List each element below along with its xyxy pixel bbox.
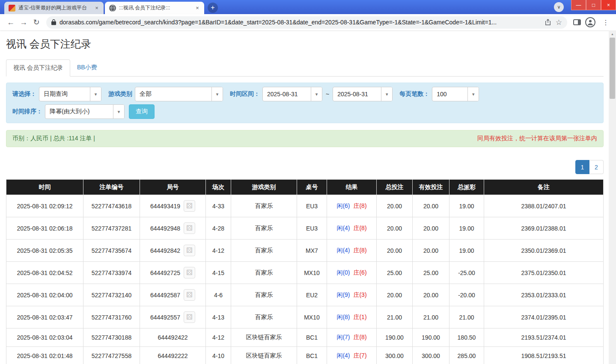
side-panel-icon[interactable] xyxy=(573,19,581,25)
cell-session: 4-10 xyxy=(206,347,231,364)
close-button[interactable]: × xyxy=(601,0,616,10)
cell-time: 2025-08-31 02:06:18 xyxy=(6,217,83,240)
summary-notice-text: 同局有效投注，统一计算在该局第一张注单内 xyxy=(477,135,597,142)
dice-icon[interactable]: ⚄ xyxy=(184,267,195,278)
header-result: 结果 xyxy=(327,180,377,195)
cell-payout: -20.00 xyxy=(449,284,484,306)
scroll-up-icon[interactable]: ▲ xyxy=(609,30,616,37)
cell-session: 4-12 xyxy=(206,328,231,347)
scrollbar[interactable]: ▲ xyxy=(609,30,616,364)
dice-icon[interactable]: ⚄ xyxy=(184,245,195,256)
bet-table-body: 2025-08-31 02:09:12 522774743618 6444934… xyxy=(6,195,604,364)
plus-icon: + xyxy=(211,4,214,12)
round-number: 644492948 xyxy=(150,225,180,232)
sort-select[interactable]: 降幂(由大到小) ▾ xyxy=(45,104,125,119)
cell-note: 2369.01/2388.01 xyxy=(484,217,604,240)
minimize-button[interactable]: — xyxy=(571,0,586,10)
refresh-icon[interactable]: ↻ xyxy=(30,16,43,29)
search-button[interactable]: 查询 xyxy=(129,104,155,119)
result-banker: 庄(1) xyxy=(353,314,366,320)
result-player: 闲(8) xyxy=(336,314,350,320)
result-player: 闲(6) xyxy=(336,202,350,209)
browser-tab-home[interactable]: 通宝-信誉最好的网上游戏平台 × xyxy=(4,2,104,14)
round-number: 644492222 xyxy=(158,352,187,359)
cell-round: 644492842 ⚄ xyxy=(140,240,206,262)
pagination: 1 2 xyxy=(6,160,604,174)
new-tab-button[interactable]: + xyxy=(208,3,218,13)
result-banker: 庄(6) xyxy=(353,269,366,276)
menu-dots-icon[interactable]: ⋮ xyxy=(600,18,612,27)
toolbar-right-icons: ⋮ xyxy=(573,17,612,27)
chevron-down-icon[interactable]: ▾ xyxy=(211,87,223,101)
cell-round: 644492422 ⚄ xyxy=(140,328,206,347)
header-game-type: 游戏类别 xyxy=(231,180,297,195)
browser-toolbar: ← → ↻ dorasabs.com/game/betrecord_search… xyxy=(0,14,616,30)
chevron-down-icon[interactable]: ▾ xyxy=(467,87,479,101)
round-number: 644492725 xyxy=(150,269,180,276)
table-row: 2025-08-31 02:03:04 522774730188 6444924… xyxy=(6,328,604,347)
tab-search-button[interactable]: ∨ xyxy=(554,2,564,12)
page-size-select[interactable]: 100 ▾ xyxy=(432,87,479,101)
dice-icon[interactable]: ⚄ xyxy=(184,222,195,234)
header-bet-id: 注单编号 xyxy=(83,180,140,195)
cell-bet-id: 522774730188 xyxy=(83,328,140,347)
page-button-2[interactable]: 2 xyxy=(589,160,604,174)
table-row: 2025-08-31 02:09:12 522774743618 6444934… xyxy=(6,195,604,217)
table-row: 2025-08-31 02:04:52 522774733974 6444927… xyxy=(6,262,604,284)
back-icon[interactable]: ← xyxy=(4,16,17,29)
share-icon[interactable] xyxy=(545,19,551,26)
cell-bet-id: 522774727558 xyxy=(83,347,140,364)
tab-close-icon[interactable]: × xyxy=(194,5,201,12)
cell-round: 644492948 ⚄ xyxy=(140,217,206,240)
cell-valid-bet: 20.00 xyxy=(413,195,449,217)
dice-icon[interactable]: ⚄ xyxy=(184,289,195,301)
dice-icon[interactable]: ⚄ xyxy=(184,311,195,323)
dice-icon[interactable]: ⚄ xyxy=(184,200,195,212)
table-row: 2025-08-31 02:04:00 522774732140 6444925… xyxy=(6,284,604,306)
chevron-down-icon[interactable]: ▾ xyxy=(381,87,392,101)
header-payout: 总派彩 xyxy=(449,180,484,195)
forward-icon[interactable]: → xyxy=(17,16,30,29)
game-type-select[interactable]: 全部 ▾ xyxy=(135,87,223,101)
filter-row-1: 请选择： 日期查询 ▾ 游戏类别 全部 ▾ 时间区间： 2025-08-31 ▾… xyxy=(12,87,597,101)
address-bar[interactable]: dorasabs.com/game/betrecord_search/kind3… xyxy=(46,16,567,29)
result-player: 闲(4) xyxy=(336,352,350,359)
cell-total-bet: 190.00 xyxy=(377,328,413,347)
chevron-down-icon[interactable]: ▾ xyxy=(113,105,124,118)
cell-time: 2025-08-31 02:01:48 xyxy=(6,347,83,364)
round-number: 644492557 xyxy=(150,314,180,321)
tab-bb-tip[interactable]: BB小费 xyxy=(70,59,104,76)
chevron-down-icon[interactable]: ▾ xyxy=(90,87,101,101)
page-content: 视讯 会员下注纪录 视讯 会员下注纪录 BB小费 请选择： 日期查询 ▾ 游戏类… xyxy=(0,30,616,364)
maximize-button[interactable]: □ xyxy=(586,0,601,10)
header-valid-bet: 有效投注 xyxy=(413,180,449,195)
cell-session: 4-28 xyxy=(206,217,231,240)
avatar-icon[interactable] xyxy=(585,17,595,27)
cell-note: 2193.51/2374.01 xyxy=(484,328,604,347)
lock-icon[interactable] xyxy=(51,19,56,25)
result-player: 闲(0) xyxy=(336,269,350,276)
tab-close-icon[interactable]: × xyxy=(93,5,100,12)
cell-table-no: MX10 xyxy=(297,306,327,328)
star-icon[interactable]: ☆ xyxy=(556,18,562,27)
cell-game-type: 百家乐 xyxy=(231,284,297,306)
site-favicon xyxy=(9,5,15,12)
date-start-select[interactable]: 2025-08-31 ▾ xyxy=(262,87,322,101)
table-row: 2025-08-31 02:03:47 522774731760 6444925… xyxy=(6,306,604,328)
cell-table-no: MX7 xyxy=(297,240,327,262)
page-button-1[interactable]: 1 xyxy=(575,160,589,174)
browser-tab-betrecord[interactable]: :::视讯 会员下注纪录::: × xyxy=(105,2,204,14)
cell-result: 闲(4) 庄(8) xyxy=(327,217,377,240)
browser-titlebar: 通宝-信誉最好的网上游戏平台 × :::视讯 会员下注纪录::: × + ∨ —… xyxy=(0,0,616,14)
cell-game-type: 百家乐 xyxy=(231,195,297,217)
date-end-select[interactable]: 2025-08-31 ▾ xyxy=(333,87,393,101)
chevron-down-icon[interactable]: ▾ xyxy=(311,87,322,101)
cell-note: 2353.01/2333.01 xyxy=(484,284,604,306)
url-text[interactable]: dorasabs.com/game/betrecord_search/kind3… xyxy=(60,19,540,26)
scrollbar-thumb[interactable] xyxy=(610,38,615,99)
query-mode-select[interactable]: 日期查询 ▾ xyxy=(39,87,101,101)
tab-betrecord[interactable]: 视讯 会员下注纪录 xyxy=(6,59,70,77)
cell-note: 2350.01/2369.01 xyxy=(484,240,604,262)
cell-payout: 19.00 xyxy=(449,240,484,262)
cell-session: 4-15 xyxy=(206,262,231,284)
